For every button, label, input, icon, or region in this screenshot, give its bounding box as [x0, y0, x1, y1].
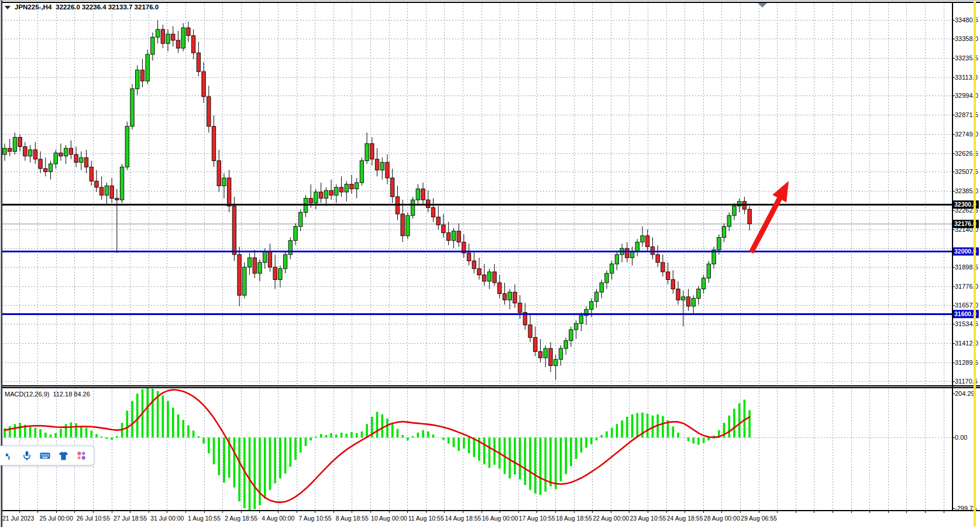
candle-body	[151, 37, 154, 54]
yellow-vertical-marker	[974, 2, 976, 526]
candle-body	[534, 337, 537, 351]
candle-body	[380, 162, 384, 170]
candle-body	[49, 164, 52, 172]
candle-body	[656, 255, 659, 262]
candle-body	[258, 262, 262, 273]
candle-body	[692, 299, 695, 306]
candle-body	[446, 232, 450, 240]
symbol-dropdown-icon[interactable]	[5, 6, 11, 9]
time-axis-label: 16 Aug 00:00	[482, 515, 518, 522]
candle-body	[682, 297, 685, 300]
candle-body	[95, 181, 98, 187]
candle-body	[641, 236, 644, 242]
time-axis-label: 8 Aug 18:55	[336, 515, 369, 522]
candle-body	[727, 215, 731, 227]
time-axis-label: 24 Aug 18:55	[667, 515, 703, 522]
candle-body	[212, 126, 215, 161]
candle-body	[288, 241, 292, 255]
candle-body	[610, 264, 613, 273]
candle-body	[125, 126, 129, 167]
time-axis-label: 31 Jul 00:00	[150, 515, 184, 522]
time-axis-label: 17 Aug 10:55	[519, 515, 555, 522]
candle-body	[661, 262, 665, 272]
candle-body	[187, 28, 190, 35]
candle-body	[23, 146, 27, 156]
pen-icon[interactable]	[3, 450, 15, 461]
candle-body	[156, 29, 159, 37]
candle-body	[697, 289, 700, 299]
candle-body	[120, 167, 123, 200]
candle-body	[666, 272, 669, 279]
time-axis-label: 2 Aug 18:55	[225, 515, 257, 522]
candle-body	[299, 213, 302, 227]
candle-body	[207, 97, 211, 126]
candle-body	[115, 199, 119, 200]
candle-body	[564, 341, 568, 348]
microphone-icon[interactable]	[21, 450, 33, 461]
candle-body	[33, 150, 37, 159]
candle-body	[717, 237, 721, 249]
candle-body	[283, 255, 287, 269]
floating-toolbar[interactable]	[0, 446, 94, 466]
candle-body	[508, 292, 511, 300]
candle-body	[498, 283, 501, 294]
candle-body	[538, 351, 542, 358]
candle-body	[370, 143, 374, 159]
time-axis-label: 18 Aug 18:55	[556, 515, 592, 522]
candle-body	[350, 184, 353, 189]
candle-body	[722, 227, 725, 238]
candle-body	[80, 158, 83, 162]
candle-body	[518, 303, 522, 313]
candle-body	[748, 209, 751, 224]
candle-body	[375, 159, 379, 170]
candle-body	[136, 70, 139, 89]
macd-axis-label: 0.00	[955, 434, 967, 441]
candle-body	[84, 158, 88, 167]
candle-body	[253, 258, 256, 273]
candle-body	[635, 242, 639, 251]
candle-body	[411, 200, 414, 215]
candle-body	[146, 54, 149, 81]
symbol-period-label[interactable]: JPN225-,H4	[15, 4, 51, 11]
horizontal-lines[interactable]	[2, 204, 953, 314]
candle-body	[549, 348, 552, 365]
time-axis-label: 28 Aug 00:00	[704, 515, 740, 522]
chart-shift-marker-icon[interactable]	[758, 3, 767, 8]
candle-body	[625, 248, 629, 258]
candle-body	[436, 217, 440, 225]
candle-body	[339, 187, 343, 192]
candle-body	[574, 323, 577, 330]
candle-body	[13, 137, 16, 151]
candle-body	[69, 148, 73, 155]
apps-grid-icon[interactable]	[75, 450, 87, 461]
candle-body	[294, 227, 297, 241]
candle-body	[28, 150, 32, 156]
candle-body	[99, 187, 103, 195]
candle-body	[181, 28, 185, 48]
keyboard-icon[interactable]	[39, 450, 51, 461]
candle-body	[161, 29, 164, 43]
candle-body	[452, 231, 455, 241]
candle-body	[431, 208, 435, 217]
candle-body	[345, 184, 348, 192]
candle-body	[702, 278, 705, 289]
candle-body	[54, 153, 57, 164]
candle-body	[39, 159, 42, 169]
chart-title: JPN225-,H4 32226.0 32236.4 32133.7 32176…	[5, 4, 159, 11]
candle-body	[232, 206, 236, 255]
candle-body	[243, 267, 246, 295]
candle-body	[671, 280, 675, 289]
macd-name: MACD(12,26,9)	[5, 391, 49, 398]
trading-chart-window: 33480.533358.033235.533113.032994.032871…	[0, 0, 980, 527]
candle-body	[329, 190, 333, 195]
candle-body	[202, 71, 205, 97]
clothes-icon[interactable]	[57, 450, 69, 461]
candle-body	[176, 40, 180, 48]
candle-body	[44, 169, 47, 172]
chart-canvas[interactable]: 33480.533358.033235.533113.032994.032871…	[0, 1, 980, 527]
trend-arrow-annotation[interactable]	[751, 181, 789, 252]
candle-body	[324, 190, 328, 198]
time-axis-label: 29 Aug 06:55	[741, 515, 777, 522]
candle-body	[416, 189, 419, 200]
candle-body	[477, 269, 481, 275]
